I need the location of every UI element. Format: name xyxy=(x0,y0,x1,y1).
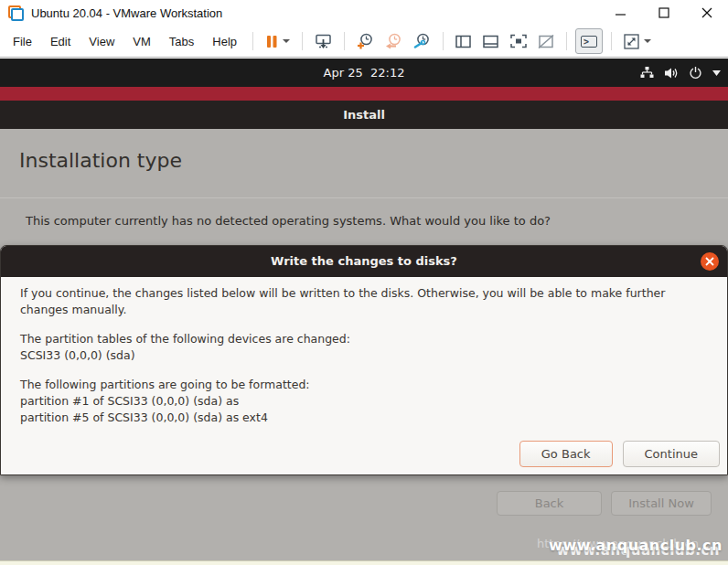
dialog-section2-item: partition #5 of SCSI33 (0,0,0) (sda) as … xyxy=(20,410,700,426)
window-title: Ubuntu 20.04 - VMware Workstation xyxy=(31,6,222,20)
network-wired-icon xyxy=(640,66,654,80)
installer-header-title: Install xyxy=(0,101,728,129)
content-divider xyxy=(0,197,728,198)
vm-guest-screen: Apr 25 22:12 xyxy=(0,59,728,560)
close-x-icon xyxy=(705,257,714,266)
window-titlebar: Ubuntu 20.04 - VMware Workstation xyxy=(0,0,728,26)
enter-fullscreen-button[interactable] xyxy=(505,34,532,48)
vmware-statusbar-edge xyxy=(0,560,728,565)
toolbar-separator xyxy=(443,32,444,50)
close-button[interactable] xyxy=(685,0,728,26)
watermark-url-text: https://www.anquanclub.cn xyxy=(537,537,699,550)
installer-titlebar-strip xyxy=(0,87,728,101)
unity-mode-icon xyxy=(538,35,554,48)
minimize-button[interactable] xyxy=(599,0,642,26)
maximize-button[interactable] xyxy=(642,0,685,26)
console-view-icon: >_ xyxy=(581,36,597,48)
toolbar-separator xyxy=(344,32,345,50)
dialog-header: Write the changes to disks? xyxy=(1,246,727,277)
gnome-top-panel: Apr 25 22:12 xyxy=(0,59,728,87)
menu-help[interactable]: Help xyxy=(203,35,246,48)
left-panel-icon xyxy=(455,35,472,48)
vmware-toolbar: File Edit View VM Tabs Help xyxy=(0,26,728,58)
watermark-overlay-text: www.anquanclub.cn xyxy=(549,537,723,554)
menu-view[interactable]: View xyxy=(80,35,123,48)
dialog-section1-item: SCSI33 (0,0,0) (sda) xyxy=(20,347,700,364)
menu-file[interactable]: File xyxy=(4,35,41,48)
toolbar-separator xyxy=(566,32,567,50)
window-controls xyxy=(599,0,728,26)
dialog-buttons: Go Back Continue xyxy=(519,441,720,467)
dialog-body: If you continue, the changes listed belo… xyxy=(1,277,727,426)
installer-action-buttons: Back Install Now xyxy=(497,491,712,516)
menu-tabs[interactable]: Tabs xyxy=(160,35,203,48)
send-ctrl-alt-del-button[interactable] xyxy=(309,34,337,49)
toolbar-separator xyxy=(302,32,303,50)
bottom-panel-icon xyxy=(483,35,499,48)
take-snapshot-icon xyxy=(357,33,374,49)
dialog-close-button[interactable] xyxy=(701,252,719,271)
snapshot-manager-icon xyxy=(413,33,431,49)
continue-button[interactable]: Continue xyxy=(623,441,720,467)
go-back-button[interactable]: Go Back xyxy=(519,441,613,467)
menu-vm[interactable]: VM xyxy=(123,35,160,48)
revert-snapshot-button[interactable] xyxy=(380,33,408,49)
watermark-overlay-text-shadow: www.anquanclub.cn xyxy=(556,542,720,559)
panel-clock[interactable]: Apr 25 22:12 xyxy=(0,59,728,87)
menu-edit[interactable]: Edit xyxy=(41,35,80,48)
dialog-section2-item: partition #1 of SCSI33 (0,0,0) (sda) as xyxy=(20,393,700,410)
console-view-button[interactable]: >_ xyxy=(575,28,603,54)
toolbar-separator xyxy=(252,32,253,50)
dialog-paragraph: If you continue, the changes listed belo… xyxy=(20,285,700,318)
stretch-guest-icon xyxy=(624,34,639,49)
minimize-icon xyxy=(616,7,626,18)
installer-header: Install xyxy=(0,101,728,129)
vmware-workstation-icon xyxy=(8,5,24,21)
show-thumbnail-bar-button[interactable] xyxy=(477,35,505,48)
toolbar-separator xyxy=(611,32,612,50)
panel-menu-caret-icon xyxy=(712,70,721,76)
stretch-dropdown-caret[interactable] xyxy=(644,39,651,43)
installer-prompt-text: This computer currently has no detected … xyxy=(26,214,551,228)
close-icon xyxy=(701,7,712,18)
pause-dropdown-caret[interactable] xyxy=(283,39,290,43)
take-snapshot-button[interactable] xyxy=(351,33,380,49)
panel-system-icons[interactable] xyxy=(640,59,721,87)
dialog-section1-heading: The partition tables of the following de… xyxy=(20,331,700,347)
volume-icon xyxy=(664,67,679,80)
watermark: https://www.anquanclub.cn www.anquanclub… xyxy=(448,535,723,559)
dialog-section2-heading: The following partitions are going to be… xyxy=(20,377,700,393)
maximize-icon xyxy=(658,7,669,18)
revert-snapshot-icon xyxy=(385,33,402,49)
power-icon xyxy=(689,66,702,80)
show-library-panel-button[interactable] xyxy=(450,35,477,48)
send-ctrl-alt-del-icon xyxy=(315,34,332,49)
snapshot-manager-button[interactable] xyxy=(408,33,436,49)
unity-mode-button[interactable] xyxy=(532,35,560,48)
write-changes-dialog: Write the changes to disks? If you conti… xyxy=(0,245,728,475)
pause-icon xyxy=(265,35,278,48)
back-button[interactable]: Back xyxy=(497,491,602,516)
page-title: Installation type xyxy=(19,149,182,172)
fullscreen-icon xyxy=(510,34,527,48)
dialog-title: Write the changes to disks? xyxy=(1,246,727,277)
stretch-guest-button[interactable] xyxy=(618,34,657,49)
pause-vm-button[interactable] xyxy=(260,35,295,48)
install-now-button[interactable]: Install Now xyxy=(611,491,712,516)
